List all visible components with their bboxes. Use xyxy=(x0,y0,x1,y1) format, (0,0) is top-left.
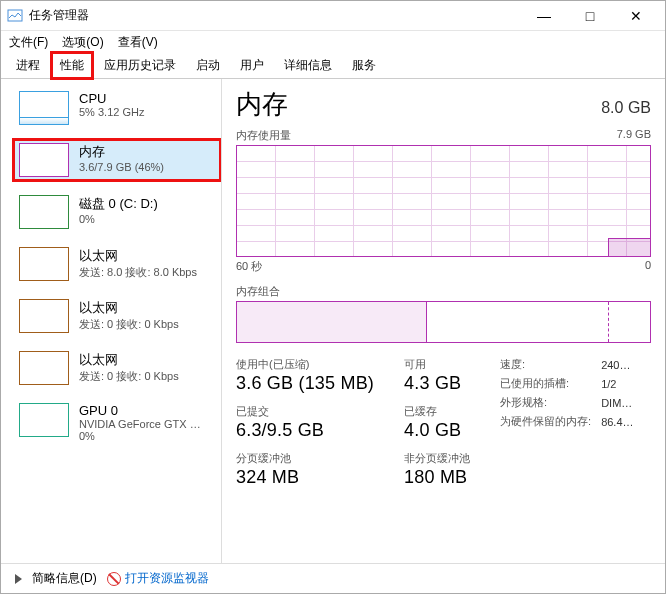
kv-key: 已使用的插槽: xyxy=(500,376,601,395)
composition-label: 内存组合 xyxy=(236,284,651,299)
disk-thumbnail-icon xyxy=(19,195,69,229)
sidebar-item-disk[interactable]: 磁盘 0 (C: D:) 0% xyxy=(13,191,221,233)
kv-key: 为硬件保留的内存: xyxy=(500,414,601,433)
stat-used-label: 使用中(已压缩) xyxy=(236,357,374,372)
stat-avail-label: 可用 xyxy=(404,357,470,372)
sidebar-item-sub: 3.6/7.9 GB (46%) xyxy=(79,161,164,173)
stat-nonpaged-label: 非分页缓冲池 xyxy=(404,451,470,466)
menu-view[interactable]: 查看(V) xyxy=(118,34,158,51)
sidebar-item-sub: NVIDIA GeForce GTX … xyxy=(79,418,201,430)
kv-key: 速度: xyxy=(500,357,601,376)
menu-options[interactable]: 选项(O) xyxy=(62,34,103,51)
ethernet-thumbnail-icon xyxy=(19,351,69,385)
kv-val: 86.4… xyxy=(601,414,633,433)
axis-left: 60 秒 xyxy=(236,259,262,274)
chart-fill xyxy=(608,238,650,256)
sidebar-item-label: 以太网 xyxy=(79,247,197,265)
tab-processes[interactable]: 进程 xyxy=(7,52,49,79)
sidebar-item-ethernet-1[interactable]: 以太网 发送: 8.0 接收: 8.0 Kbps xyxy=(13,243,221,285)
sidebar-item-cpu[interactable]: CPU 5% 3.12 GHz xyxy=(13,87,221,129)
tab-app-history[interactable]: 应用历史记录 xyxy=(95,52,185,79)
ethernet-thumbnail-icon xyxy=(19,247,69,281)
kv-val: 1/2 xyxy=(601,376,633,395)
minimize-button[interactable]: — xyxy=(521,1,567,31)
sidebar-item-sub: 5% 3.12 GHz xyxy=(79,106,144,118)
sidebar-item-ethernet-3[interactable]: 以太网 发送: 0 接收: 0 Kbps xyxy=(13,347,221,389)
memory-usage-chart[interactable] xyxy=(236,145,651,257)
performance-sidebar: CPU 5% 3.12 GHz 内存 3.6/7.9 GB (46%) 磁盘 0… xyxy=(1,79,221,563)
stat-cached-label: 已缓存 xyxy=(404,404,470,419)
sidebar-item-sub: 发送: 0 接收: 0 Kbps xyxy=(79,369,179,384)
sidebar-item-gpu[interactable]: GPU 0 NVIDIA GeForce GTX … 0% xyxy=(13,399,221,446)
comp-seg-in-use xyxy=(237,302,427,342)
maximize-button[interactable]: □ xyxy=(567,1,613,31)
stat-commit-label: 已提交 xyxy=(236,404,374,419)
cpu-thumbnail-icon xyxy=(19,91,69,125)
ethernet-thumbnail-icon xyxy=(19,299,69,333)
memory-spec-table: 速度:240… 已使用的插槽:1/2 外形规格:DIM… 为硬件保留的内存:86… xyxy=(500,357,633,433)
tab-startup[interactable]: 启动 xyxy=(187,52,229,79)
tab-performance[interactable]: 性能 xyxy=(51,52,93,79)
close-button[interactable]: ✕ xyxy=(613,1,659,31)
sidebar-item-memory[interactable]: 内存 3.6/7.9 GB (46%) xyxy=(13,139,221,181)
tab-details[interactable]: 详细信息 xyxy=(275,52,341,79)
sidebar-item-label: 内存 xyxy=(79,143,164,161)
stat-cached-value: 4.0 GB xyxy=(404,420,470,441)
sidebar-item-sub: 0% xyxy=(79,213,158,225)
title-bar: 任务管理器 — □ ✕ xyxy=(1,1,665,31)
menu-bar: 文件(F) 选项(O) 查看(V) xyxy=(1,31,665,53)
sidebar-item-sub2: 0% xyxy=(79,430,201,442)
stat-nonpaged-value: 180 MB xyxy=(404,467,470,488)
stat-paged-label: 分页缓冲池 xyxy=(236,451,374,466)
stat-paged-value: 324 MB xyxy=(236,467,374,488)
chart-label-left: 内存使用量 xyxy=(236,128,291,143)
comp-seg-free xyxy=(609,302,650,342)
memory-detail-panel: 内存 8.0 GB 内存使用量 7.9 GB 60 秒 0 内存组合 xyxy=(222,79,665,563)
kv-key: 外形规格: xyxy=(500,395,601,414)
stat-used-value: 3.6 GB (135 MB) xyxy=(236,373,374,394)
sidebar-item-sub: 发送: 8.0 接收: 8.0 Kbps xyxy=(79,265,197,280)
memory-thumbnail-icon xyxy=(19,143,69,177)
open-resource-monitor-link[interactable]: 打开资源监视器 xyxy=(107,570,209,587)
sidebar-item-label: CPU xyxy=(79,91,144,106)
app-icon xyxy=(7,8,23,24)
stat-commit-value: 6.3/9.5 GB xyxy=(236,420,374,441)
panel-heading: 内存 xyxy=(236,87,288,122)
tab-users[interactable]: 用户 xyxy=(231,52,273,79)
kv-val: DIM… xyxy=(601,395,633,414)
chart-label-right: 7.9 GB xyxy=(617,128,651,143)
memory-total: 8.0 GB xyxy=(601,99,651,117)
sidebar-item-ethernet-2[interactable]: 以太网 发送: 0 接收: 0 Kbps xyxy=(13,295,221,337)
bottom-bar: 简略信息(D) 打开资源监视器 xyxy=(1,563,665,593)
resource-monitor-icon xyxy=(107,572,121,586)
comp-seg-standby xyxy=(427,302,609,342)
sidebar-item-label: 磁盘 0 (C: D:) xyxy=(79,195,158,213)
memory-composition-bar[interactable] xyxy=(236,301,651,343)
chevron-up-icon xyxy=(15,574,22,584)
menu-file[interactable]: 文件(F) xyxy=(9,34,48,51)
tab-services[interactable]: 服务 xyxy=(343,52,385,79)
axis-right: 0 xyxy=(645,259,651,274)
tab-bar: 进程 性能 应用历史记录 启动 用户 详细信息 服务 xyxy=(1,53,665,79)
open-resource-monitor-label: 打开资源监视器 xyxy=(125,570,209,587)
stat-avail-value: 4.3 GB xyxy=(404,373,470,394)
gpu-thumbnail-icon xyxy=(19,403,69,437)
fewer-details-link[interactable]: 简略信息(D) xyxy=(32,570,97,587)
sidebar-item-label: 以太网 xyxy=(79,299,179,317)
sidebar-item-label: GPU 0 xyxy=(79,403,201,418)
kv-val: 240… xyxy=(601,357,633,376)
sidebar-item-label: 以太网 xyxy=(79,351,179,369)
sidebar-item-sub: 发送: 0 接收: 0 Kbps xyxy=(79,317,179,332)
window-title: 任务管理器 xyxy=(29,7,89,24)
